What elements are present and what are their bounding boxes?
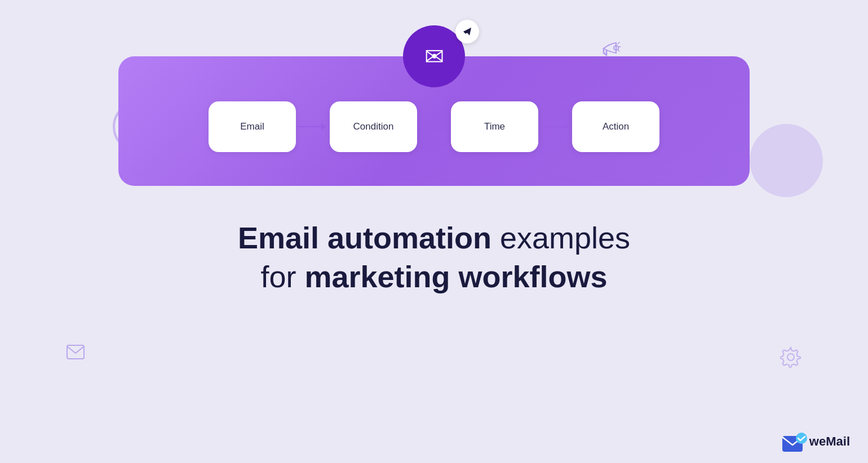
arrow-line-2 [417,126,442,127]
wemail-logo-text: weMail [809,434,850,449]
step-action: Action [572,101,659,152]
heading-bold-2: marketing workflows [304,260,607,293]
page-container: ✉ Email Condition [0,0,868,463]
paper-plane-badge [455,20,479,43]
workflow-banner: ✉ Email Condition [118,56,750,186]
arrow-line-1 [296,126,321,127]
step-email-label: Email [240,121,264,132]
heading-bold-1: Email automation [238,221,491,255]
heading-line-1: Email automation examples [238,220,630,256]
svg-point-8 [787,354,794,360]
arrow-head-1 [321,123,326,130]
arrow-1 [296,123,330,130]
gear-icon [780,346,801,372]
step-condition: Condition [330,101,417,152]
mail-text: Mail [826,434,850,448]
step-condition-label: Condition [353,121,394,132]
workflow-steps: Email Condition Time Action [209,101,659,152]
arrow-3 [538,123,572,130]
svg-rect-7 [67,345,84,359]
arrow-head-2 [442,123,448,130]
email-icon: ✉ [424,43,444,70]
step-time-label: Time [484,121,505,132]
heading-line-2: for marketing workflows [238,259,630,295]
small-email-icon [67,345,85,363]
we-text: we [809,434,826,448]
wemail-logo: weMail [782,433,850,451]
heading-section: Email automation examples for marketing … [238,220,630,295]
step-action-label: Action [603,121,629,132]
arrow-head-3 [564,123,569,130]
step-email: Email [209,101,296,152]
step-time: Time [451,101,538,152]
svg-line-6 [618,50,619,51]
wemail-logo-icon [782,433,805,451]
arrow-2 [417,123,451,130]
arrow-line-3 [538,126,564,127]
deco-circle-right [750,124,823,197]
svg-line-4 [618,42,619,44]
